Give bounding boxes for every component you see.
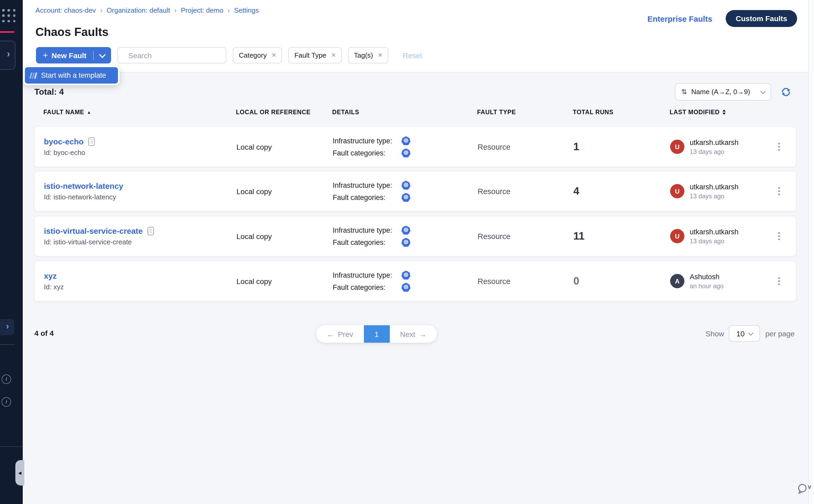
kubernetes-icon: ☸ [401, 136, 410, 145]
info-icon[interactable]: i [2, 397, 11, 407]
kubernetes-icon: ☸ [401, 271, 410, 280]
left-sidebar: › › i i ◀ [0, 0, 23, 504]
chevron-right-icon: › [6, 321, 9, 332]
right-gutter [808, 0, 814, 504]
fault-id-label: Id: istio-virtual-service-create [44, 238, 236, 246]
sort-select[interactable]: ⇅ Name (A→Z, 0→9) [675, 83, 771, 100]
filter-chip-category[interactable]: Category ✕ [233, 47, 282, 63]
row-menu-kebab-icon[interactable] [774, 141, 784, 153]
last-modified-cell: A Ashutosh an hour ago [670, 273, 774, 290]
filter-chip-fault-type[interactable]: Fault Type ✕ [289, 47, 342, 63]
user-name: utkarsh.utkarsh [690, 138, 739, 146]
expand-module-panel-button[interactable]: › [0, 41, 15, 70]
column-label: TOTAL RUNS [573, 109, 614, 115]
column-header-local-or-reference: LOCAL OR REFERENCE [236, 109, 332, 115]
sidebar-divider [0, 446, 23, 447]
user-name: utkarsh.utkarsh [690, 183, 739, 191]
new-fault-button[interactable]: + New Fault [36, 47, 111, 63]
page-number-button[interactable]: 1 [364, 325, 390, 343]
fault-categories-label: Fault categories: [333, 149, 395, 157]
show-label: Show [706, 329, 724, 338]
total-runs-cell: 1 [573, 141, 670, 153]
prev-label: Prev [338, 330, 353, 338]
column-header-fault-name[interactable]: FAULT NAME ▲ [43, 109, 236, 115]
breadcrumb-organization-link[interactable]: Organization: default [107, 6, 170, 14]
sidebar-divider [0, 344, 15, 345]
fault-name-link[interactable]: istio-virtual-service-create [44, 226, 143, 235]
column-header-total-runs: TOTAL RUNS [573, 109, 670, 115]
details-cell: Infrastructure type: ☸ Fault categories:… [333, 226, 478, 247]
details-cell: Infrastructure type: ☸ Fault categories:… [333, 271, 478, 292]
fault-name-link[interactable]: xyz [44, 271, 57, 280]
avatar: U [670, 229, 684, 243]
refresh-icon[interactable] [781, 87, 791, 97]
breadcrumb: Account: chaos-dev › Organization: defau… [35, 6, 259, 14]
column-label: FAULT NAME [43, 109, 84, 115]
local-or-reference-cell: Local copy [236, 232, 333, 240]
description-icon[interactable] [148, 227, 154, 235]
modified-time: 13 days ago [690, 237, 739, 245]
kubernetes-icon: ☸ [401, 181, 410, 190]
kubernetes-icon: ☸ [401, 238, 410, 247]
search-box [118, 47, 227, 63]
fault-id-label: Id: istio-network-latency [44, 193, 236, 201]
avatar: U [670, 140, 684, 154]
remove-filter-icon[interactable]: ✕ [271, 52, 276, 59]
column-header-last-modified[interactable]: LAST MODIFIED [670, 109, 773, 115]
column-header-details: DETAILS [332, 109, 477, 115]
table-row: istio-network-latency Id: istio-network-… [34, 171, 797, 212]
column-label: LOCAL OR REFERENCE [236, 109, 310, 115]
column-label: FAULT TYPE [477, 109, 516, 115]
next-page-button[interactable]: Next → [390, 325, 437, 343]
arrow-right-icon: → [419, 330, 426, 338]
kubernetes-icon: ☸ [401, 226, 410, 235]
fault-name-cell: istio-network-latency Id: istio-network-… [44, 181, 236, 201]
infrastructure-type-label: Infrastructure type: [333, 137, 395, 145]
help-chat-icon[interactable] [795, 482, 813, 500]
column-label: DETAILS [332, 109, 359, 115]
fault-type-cell: Resource [478, 143, 573, 151]
per-page-label: per page [765, 329, 795, 338]
fault-type-cell: Resource [478, 277, 573, 285]
remove-filter-icon[interactable]: ✕ [331, 52, 336, 59]
description-icon[interactable] [88, 137, 95, 146]
last-modified-cell: U utkarsh.utkarsh 13 days ago [670, 228, 774, 245]
app-launcher-icon[interactable] [2, 9, 17, 24]
info-icon[interactable]: i [2, 374, 11, 384]
reset-filters-link[interactable]: Reset [403, 51, 422, 59]
row-menu-kebab-icon[interactable] [774, 275, 784, 287]
table-row: istio-virtual-service-create Id: istio-v… [34, 216, 797, 256]
breadcrumb-separator-icon: › [100, 6, 102, 14]
local-or-reference-cell: Local copy [236, 143, 333, 151]
search-input[interactable] [127, 51, 225, 60]
filter-chip-tags[interactable]: Tag(s) ✕ [348, 47, 388, 63]
sort-ascending-icon: ▲ [87, 110, 92, 114]
fault-name-link[interactable]: byoc-echo [44, 137, 84, 146]
new-fault-dropdown-toggle[interactable] [94, 47, 111, 63]
sidebar-collapse-handle[interactable]: ◀ [15, 460, 24, 485]
filter-chip-label: Category [239, 51, 267, 59]
page-size-value: 10 [736, 329, 744, 338]
local-or-reference-cell: Local copy [236, 187, 333, 195]
row-menu-kebab-icon[interactable] [774, 230, 784, 242]
page-size-select[interactable]: 10 [729, 325, 760, 342]
breadcrumb-project-link[interactable]: Project: demo [181, 6, 223, 14]
remove-filter-icon[interactable]: ✕ [378, 52, 383, 59]
breadcrumb-settings-link[interactable]: Settings [234, 6, 259, 14]
new-fault-label: New Fault [52, 51, 86, 59]
page-title: Chaos Faults [35, 25, 108, 39]
total-count-label: Total: 4 [34, 87, 64, 97]
prev-page-button[interactable]: ← Prev [316, 325, 364, 343]
custom-faults-button[interactable]: Custom Faults [726, 10, 797, 27]
breadcrumb-account-link[interactable]: Account: chaos-dev [35, 6, 96, 14]
fault-name-cell: istio-virtual-service-create Id: istio-v… [44, 226, 236, 246]
main-content: Account: chaos-dev › Organization: defau… [23, 0, 808, 504]
expand-nav-button[interactable]: › [0, 319, 14, 335]
row-menu-kebab-icon[interactable] [774, 185, 784, 198]
last-modified-cell: U utkarsh.utkarsh 13 days ago [670, 138, 774, 155]
start-with-template-menu-item[interactable]: Start with a template [25, 67, 118, 84]
fault-name-link[interactable]: istio-network-latency [44, 181, 123, 190]
enterprise-faults-link[interactable]: Enterprise Faults [647, 14, 712, 23]
sort-select-value: Name (A→Z, 0→9) [691, 88, 757, 96]
template-icon [29, 72, 37, 79]
